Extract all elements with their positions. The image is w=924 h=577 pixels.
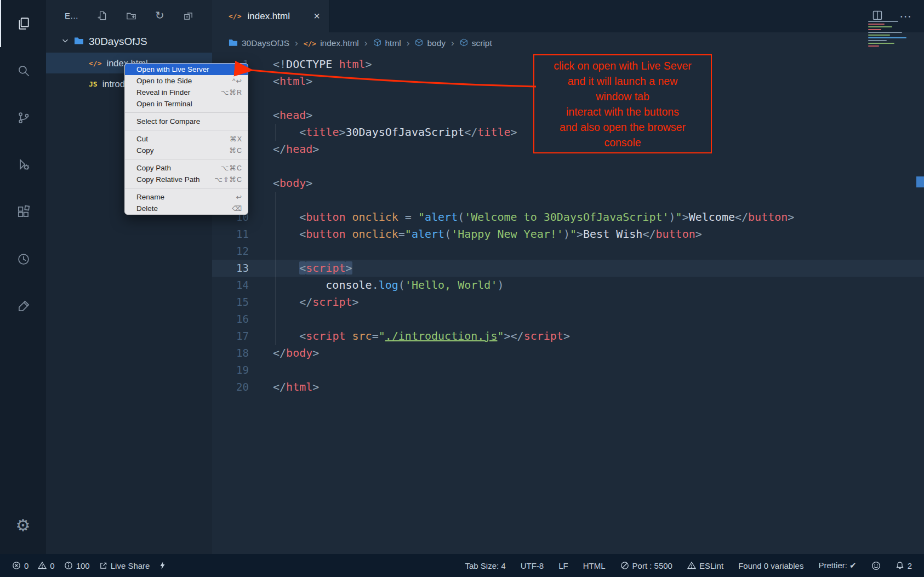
line-text: <body>	[273, 175, 312, 192]
menu-item-shortcut: ⌫	[232, 204, 242, 213]
code-line-20[interactable]: 20</html>	[212, 379, 924, 396]
status-left: 00100Live Share	[12, 561, 166, 570]
code-line-14[interactable]: 14 console.log('Hello, World')	[212, 277, 924, 294]
line-number: 14	[212, 277, 249, 294]
menu-item-delete[interactable]: Delete⌫	[125, 203, 248, 214]
code-line-13[interactable]: 13 <script>	[212, 260, 924, 277]
breadcrumb-item-html[interactable]: html	[373, 38, 401, 49]
code-line-10[interactable]: 10 <button onclick = "alert('Welcome to …	[212, 209, 924, 226]
menu-item-label: Open in Terminal	[136, 100, 192, 108]
breadcrumb-item-body[interactable]: body	[415, 38, 446, 49]
bell-icon	[896, 561, 904, 570]
history-icon[interactable]	[0, 236, 46, 283]
code-line-16[interactable]: 16	[212, 311, 924, 328]
new-folder-icon[interactable]	[126, 10, 136, 21]
status-utf-8[interactable]: UTF-8	[521, 561, 544, 570]
breadcrumb-item-index-html[interactable]: </>index.html	[304, 38, 359, 48]
status-prettier[interactable]: Prettier: ✔	[818, 561, 856, 570]
new-file-icon[interactable]	[97, 10, 107, 21]
breadcrumb-item-script[interactable]: script	[460, 38, 492, 49]
menu-item-shortcut: ⌥⌘R	[221, 88, 242, 96]
warning-triangle-icon	[38, 561, 47, 570]
line-text: <title>30DaysOfJavaScript</title>	[273, 124, 517, 141]
refresh-icon[interactable]: ↻	[155, 9, 164, 22]
tab-index-html[interactable]: </> index.html ×	[212, 0, 329, 32]
menu-item-shortcut: ↩	[236, 193, 242, 201]
menu-item-label: Delete	[136, 204, 158, 213]
search-icon[interactable]	[0, 47, 46, 94]
annotation-line: console	[604, 135, 641, 150]
settings-gear-icon[interactable]: ⚙	[0, 506, 46, 544]
menu-item-shortcut: ⌘C	[229, 146, 242, 155]
menu-item-label: Open to the Side	[136, 77, 192, 85]
menu-item-open-to-the-side[interactable]: Open to the Side^↩	[125, 75, 248, 87]
port-slash-icon	[620, 561, 629, 570]
menu-separator	[125, 130, 248, 130]
annotation-line: click on open with Live Sever	[554, 58, 691, 73]
minimap[interactable]	[868, 21, 916, 59]
status-eslint[interactable]: ESLint	[687, 561, 723, 570]
folder-section-30daysofjs[interactable]: 30DaysOfJS	[46, 31, 212, 53]
menu-item-label: Copy Path	[136, 164, 171, 172]
run-debug-icon[interactable]	[0, 141, 46, 188]
menu-item-rename[interactable]: Rename↩	[125, 191, 248, 203]
menu-item-open-with-live-server[interactable]: Open with Live Server	[125, 64, 248, 75]
overview-ruler-marker[interactable]	[916, 176, 924, 187]
code-line-11[interactable]: 11 <button onclick="alert('Happy New Yea…	[212, 226, 924, 243]
menu-item-select-for-compare[interactable]: Select for Compare	[125, 116, 248, 127]
menu-item-shortcut: ⌥⌘C	[221, 164, 242, 172]
status-tab-size-4[interactable]: Tab Size: 4	[465, 561, 505, 570]
menu-item-shortcut: ⌥⇧⌘C	[215, 175, 242, 184]
tab-close-icon[interactable]: ×	[313, 10, 320, 22]
menu-item-copy[interactable]: Copy⌘C	[125, 145, 248, 156]
code-line-12[interactable]: 12	[212, 243, 924, 260]
status-0[interactable]: 0	[38, 561, 54, 570]
code-line-15[interactable]: 15 </script>	[212, 294, 924, 311]
extensions-icon[interactable]	[0, 188, 46, 236]
info-circle-icon	[64, 561, 73, 570]
status-lf[interactable]: LF	[558, 561, 568, 570]
status-label: 2	[908, 561, 912, 570]
menu-item-copy-relative-path[interactable]: Copy Relative Path⌥⇧⌘C	[125, 174, 248, 185]
annotation-line: and it will launch a new	[568, 73, 678, 89]
status-port-5500[interactable]: Port : 5500	[620, 561, 672, 570]
status-bar: 00100Live Share Tab Size: 4UTF-8LFHTMLPo…	[0, 554, 924, 577]
status-live-share[interactable]: Live Share	[99, 561, 150, 570]
breadcrumb-label: html	[385, 38, 401, 48]
breadcrumb-item-30daysofjs[interactable]: 30DaysOfJS	[229, 38, 289, 49]
line-number: 19	[212, 362, 249, 379]
line-number: 11	[212, 226, 249, 243]
menu-item-label: Rename	[136, 193, 164, 201]
menu-item-cut[interactable]: Cut⌘X	[125, 133, 248, 145]
folder-icon	[229, 38, 238, 49]
source-control-icon[interactable]	[0, 94, 46, 141]
status-lightning[interactable]	[159, 561, 166, 570]
status-100[interactable]: 100	[64, 561, 90, 570]
code-line-18[interactable]: 18</body>	[212, 345, 924, 362]
menu-item-open-in-terminal[interactable]: Open in Terminal	[125, 98, 248, 110]
status-found-0-variables[interactable]: Found 0 variables	[738, 561, 803, 570]
live-share-icon	[99, 562, 107, 570]
annotation-box: click on open with Live Severand it will…	[533, 54, 712, 153]
code-line-17[interactable]: 17 <script src="./introduction.js"></scr…	[212, 328, 924, 345]
collapse-all-icon[interactable]	[183, 10, 193, 21]
status-0[interactable]: 0	[12, 561, 28, 570]
status-html[interactable]: HTML	[583, 561, 606, 570]
code-line-19[interactable]: 19	[212, 362, 924, 379]
menu-item-copy-path[interactable]: Copy Path⌥⌘C	[125, 162, 248, 174]
status-label: HTML	[583, 561, 606, 570]
menu-item-reveal-in-finder[interactable]: Reveal in Finder⌥⌘R	[125, 87, 248, 98]
annotation-line: and also open the browser	[560, 119, 686, 135]
code-line-9[interactable]: 9	[212, 192, 924, 209]
breadcrumb: 30DaysOfJS›</>index.html›html›body›scrip…	[212, 32, 924, 54]
line-number: 16	[212, 311, 249, 328]
code-line-7[interactable]: 7	[212, 158, 924, 175]
status-smiley[interactable]	[871, 561, 881, 570]
pen-icon[interactable]	[0, 283, 46, 330]
explorer-icon[interactable]	[0, 0, 46, 47]
line-text: console.log('Hello, World')	[273, 277, 504, 294]
code-line-8[interactable]: 8<body>	[212, 175, 924, 192]
indent-guide	[275, 192, 276, 345]
status-label: Found 0 variables	[738, 561, 803, 570]
status-2[interactable]: 2	[896, 561, 912, 570]
